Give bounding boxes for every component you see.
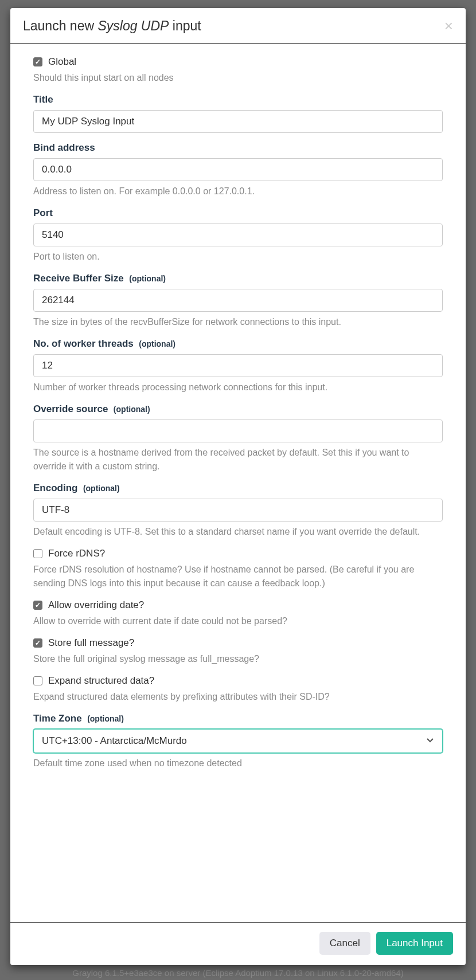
- encoding-group: Encoding (optional) Default encoding is …: [33, 483, 443, 539]
- force-rdns-label: Force rDNS?: [48, 548, 105, 559]
- port-group: Port Port to listen on.: [33, 207, 443, 264]
- allow-override-date-label: Allow overriding date?: [48, 599, 144, 611]
- timezone-help: Default time zone used when no timezone …: [33, 756, 443, 770]
- encoding-input[interactable]: [33, 499, 443, 522]
- modal-header: Launch new Syslog UDP input ×: [10, 8, 466, 44]
- modal-title: Launch new Syslog UDP input: [23, 18, 201, 34]
- recv-buffer-group: Receive Buffer Size (optional) The size …: [33, 273, 443, 329]
- port-help: Port to listen on.: [33, 250, 443, 264]
- title-group: Title: [33, 94, 443, 133]
- launch-input-modal: Launch new Syslog UDP input × Global Sho…: [10, 8, 466, 965]
- override-source-group: Override source (optional) The source is…: [33, 403, 443, 473]
- title-label: Title: [33, 94, 443, 105]
- worker-threads-label: No. of worker threads (optional): [33, 338, 443, 350]
- encoding-label: Encoding (optional): [33, 483, 443, 494]
- modal-footer: Cancel Launch Input: [10, 922, 466, 965]
- allow-override-date-checkbox[interactable]: [33, 601, 42, 610]
- encoding-help: Default encoding is UTF-8. Set this to a…: [33, 525, 443, 539]
- allow-override-date-group: Allow overriding date? Allow to override…: [33, 599, 443, 628]
- store-full-group: Store full message? Store the full origi…: [33, 637, 443, 666]
- global-checkbox[interactable]: [33, 57, 42, 66]
- allow-override-date-help: Allow to override with current date if d…: [33, 614, 443, 628]
- expand-structured-label: Expand structured data?: [48, 675, 154, 687]
- global-label: Global: [48, 56, 76, 68]
- worker-threads-help: Number of worker threads processing netw…: [33, 381, 443, 394]
- expand-structured-help: Expand structured data elements by prefi…: [33, 690, 443, 704]
- cancel-button[interactable]: Cancel: [319, 932, 370, 955]
- worker-threads-group: No. of worker threads (optional) Number …: [33, 338, 443, 394]
- force-rdns-group: Force rDNS? Force rDNS resolution of hos…: [33, 548, 443, 590]
- recv-buffer-input[interactable]: [33, 289, 443, 312]
- force-rdns-help: Force rDNS resolution of hostname? Use i…: [33, 563, 443, 590]
- bind-address-input[interactable]: [33, 158, 443, 181]
- port-label: Port: [33, 207, 443, 219]
- bind-address-help: Address to listen on. For example 0.0.0.…: [33, 185, 443, 198]
- expand-structured-checkbox[interactable]: [33, 676, 42, 685]
- modal-body: Global Should this input start on all no…: [10, 44, 466, 922]
- override-source-label: Override source (optional): [33, 403, 443, 415]
- recv-buffer-help: The size in bytes of the recvBufferSize …: [33, 315, 443, 329]
- force-rdns-checkbox[interactable]: [33, 549, 42, 558]
- store-full-checkbox[interactable]: [33, 638, 42, 648]
- store-full-label: Store full message?: [48, 637, 134, 649]
- override-source-input[interactable]: [33, 420, 443, 442]
- timezone-select[interactable]: UTC+13:00 - Antarctica/McMurdo: [33, 729, 443, 753]
- close-icon[interactable]: ×: [444, 18, 453, 33]
- timezone-label: Time Zone (optional): [33, 713, 443, 724]
- title-input[interactable]: [33, 110, 443, 133]
- bind-address-group: Bind address Address to listen on. For e…: [33, 142, 443, 198]
- worker-threads-input[interactable]: [33, 354, 443, 377]
- global-help: Should this input start on all nodes: [33, 71, 443, 85]
- store-full-help: Store the full original syslog message a…: [33, 652, 443, 666]
- global-group: Global Should this input start on all no…: [33, 56, 443, 85]
- override-source-help: The source is a hostname derived from th…: [33, 446, 443, 473]
- timezone-group: Time Zone (optional) UTC+13:00 - Antarct…: [33, 713, 443, 770]
- expand-structured-group: Expand structured data? Expand structure…: [33, 675, 443, 704]
- launch-input-button[interactable]: Launch Input: [376, 932, 453, 955]
- recv-buffer-label: Receive Buffer Size (optional): [33, 273, 443, 284]
- port-input[interactable]: [33, 224, 443, 246]
- background-version-text: Graylog 6.1.5+e3ae3ce on server (Eclipse…: [0, 968, 476, 978]
- bind-address-label: Bind address: [33, 142, 443, 154]
